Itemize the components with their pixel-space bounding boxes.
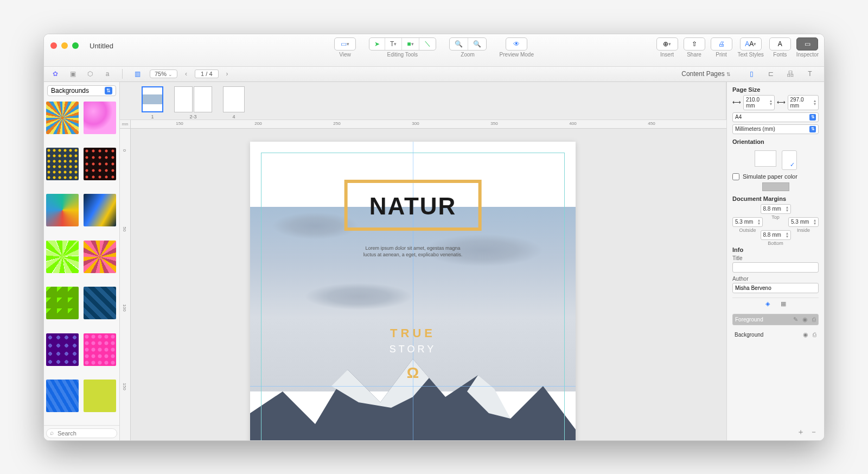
- toolbar-preview[interactable]: 👁 Preview Mode: [500, 37, 534, 58]
- background-swatches: [44, 99, 119, 425]
- margin-outside-field[interactable]: 5.3 mm▴▾: [732, 217, 763, 227]
- page-preset-select[interactable]: A4⇅: [732, 112, 819, 122]
- eye-icon[interactable]: ◉: [803, 331, 808, 338]
- toolbar-view[interactable]: ▭ ▾ View: [334, 37, 356, 58]
- layers-tab-grid-icon[interactable]: ▦: [781, 300, 786, 307]
- ruler-unit: mm: [120, 120, 131, 129]
- swatch[interactable]: [84, 241, 116, 273]
- inspector-tab-ruler-icon[interactable]: ⊏: [761, 68, 781, 80]
- toolbar-editing-tools[interactable]: ➤ T ▾ ■ ▾ ＼ Editing Tools: [369, 37, 436, 58]
- swatch[interactable]: [46, 241, 79, 273]
- shape-tool[interactable]: ■ ▾: [402, 38, 419, 50]
- doc-author-field[interactable]: [732, 283, 819, 293]
- swatch[interactable]: [84, 102, 116, 134]
- paper-color-swatch[interactable]: [762, 182, 789, 191]
- horizontal-ruler: 150 200 250 300 350 400 450: [131, 120, 726, 129]
- zoom-select[interactable]: 75% ⌄: [150, 69, 177, 78]
- line-tool[interactable]: ＼: [419, 38, 436, 50]
- orientation-landscape[interactable]: [755, 150, 776, 167]
- page-thumbnails: 1 2-3 4: [120, 82, 726, 120]
- window-title: Untitled: [90, 42, 113, 50]
- zoom-out-button[interactable]: 🔍: [450, 38, 468, 50]
- height-icon: ⟷: [777, 99, 786, 106]
- search-input[interactable]: [46, 428, 117, 438]
- select-tool[interactable]: ➤: [369, 38, 385, 50]
- swatch[interactable]: [84, 287, 116, 319]
- margin-bottom-field[interactable]: 8.8 mm▴▾: [761, 230, 791, 240]
- subtitle-block[interactable]: TRUE STORY: [390, 326, 436, 355]
- toolbar-zoom[interactable]: 🔍 🔍 Zoom: [449, 37, 487, 58]
- page-height-field[interactable]: 297.0 mm▴▾: [788, 95, 819, 110]
- inspector-panel: Page Size ⟷ 210.0 mm▴▾ ⟷ 297.0 mm▴▾ A4⇅ …: [726, 82, 824, 440]
- sidebar-tab-glyph-icon[interactable]: a: [100, 68, 114, 79]
- next-page-button[interactable]: ›: [224, 70, 231, 78]
- page-width-field[interactable]: 210.0 mm▴▾: [743, 95, 775, 110]
- prev-page-button[interactable]: ‹: [183, 70, 189, 78]
- page-number-field[interactable]: 1 / 4: [195, 69, 218, 78]
- sidebar-tab-shapes-icon[interactable]: ✿: [48, 68, 62, 79]
- page-thumb-1[interactable]: 1: [142, 86, 163, 119]
- asset-category-select[interactable]: Backgrounds⇅: [47, 85, 116, 96]
- swatch[interactable]: [84, 380, 116, 412]
- toolbar-inspector[interactable]: ▭Inspector: [796, 37, 819, 58]
- app-window: Untitled ▭ ▾ View ➤ T ▾ ■ ▾ ＼ Editing To…: [43, 34, 825, 441]
- document-page[interactable]: NATUR Lorem ipsum dolor sit amet, egesta…: [250, 142, 576, 440]
- toolbar-text-styles[interactable]: AA ▾Text Styles: [738, 37, 764, 58]
- print-icon[interactable]: ⎙: [813, 331, 816, 338]
- width-icon: ⟷: [732, 99, 741, 106]
- decorative-glyph[interactable]: Ω: [407, 364, 419, 382]
- toolbar-print[interactable]: 🖨Print: [711, 37, 732, 58]
- inspector-tab-text-icon[interactable]: T: [800, 68, 820, 80]
- text-tool[interactable]: T ▾: [385, 38, 402, 50]
- swatch[interactable]: [46, 333, 79, 366]
- add-layer-button[interactable]: ＋: [797, 427, 805, 437]
- window-controls: [50, 42, 79, 49]
- eye-icon[interactable]: ◉: [802, 316, 808, 323]
- toolbar-insert[interactable]: ⊕ ▾Insert: [656, 37, 678, 58]
- lorem-text[interactable]: Lorem ipsum dolor sit amet, egestas magn…: [359, 245, 467, 258]
- swatch[interactable]: [46, 380, 79, 412]
- units-select[interactable]: Millimeters (mm)⇅: [732, 124, 819, 134]
- swatch[interactable]: [84, 148, 116, 180]
- inspector-tab-document-icon[interactable]: ▯: [742, 68, 761, 80]
- page-size-heading: Page Size: [732, 86, 819, 93]
- content-pages-select[interactable]: Content Pages ⇅: [681, 70, 731, 78]
- page-thumb-4[interactable]: 4: [223, 86, 245, 119]
- page-view-mode-icon[interactable]: ▥: [130, 68, 144, 79]
- minimize-window-button[interactable]: [61, 42, 68, 49]
- swatch[interactable]: [46, 102, 79, 134]
- layer-foreground[interactable]: Foreground ✎◉⎙: [732, 314, 819, 325]
- sidebar-tab-image-icon[interactable]: ▣: [66, 68, 80, 79]
- info-heading: Info: [732, 247, 819, 253]
- toolbar-fonts[interactable]: AFonts: [769, 37, 791, 58]
- title-frame[interactable]: NATUR: [344, 180, 482, 231]
- swatch[interactable]: [46, 287, 79, 319]
- swatch[interactable]: [46, 194, 79, 226]
- page-thumb-2-3[interactable]: 2-3: [174, 86, 212, 119]
- canvas[interactable]: mm 150 200 250 300 350 400 450 0 50 100 …: [120, 120, 726, 440]
- inspector-tab-distribute-icon[interactable]: 品: [781, 68, 800, 80]
- margins-heading: Document Margins: [732, 195, 819, 202]
- doc-title-field[interactable]: [732, 262, 819, 273]
- close-window-button[interactable]: [50, 42, 57, 49]
- margin-inside-field[interactable]: 5.3 mm▴▾: [788, 217, 819, 227]
- orientation-heading: Orientation: [732, 138, 819, 145]
- layers-tab-stack-icon[interactable]: ◈: [765, 300, 770, 307]
- swatch[interactable]: [46, 148, 79, 180]
- zoom-window-button[interactable]: [72, 42, 79, 49]
- simulate-paper-checkbox[interactable]: Simulate paper color: [732, 173, 819, 180]
- layer-background[interactable]: Background ◉⎙: [732, 330, 819, 340]
- swatch[interactable]: [84, 333, 116, 366]
- zoom-in-button[interactable]: 🔍: [468, 38, 486, 50]
- orientation-portrait[interactable]: [782, 150, 797, 170]
- print-icon[interactable]: ⎙: [812, 316, 816, 323]
- toolbar-share[interactable]: ⇧Share: [684, 37, 705, 58]
- sidebar-tab-layers-icon[interactable]: ⬡: [83, 68, 97, 79]
- pencil-icon[interactable]: ✎: [793, 316, 798, 323]
- margin-top-field[interactable]: 8.8 mm▴▾: [761, 204, 791, 214]
- remove-layer-button[interactable]: －: [810, 427, 818, 437]
- swatch[interactable]: [84, 194, 116, 226]
- left-panel: Backgrounds⇅: [44, 82, 120, 440]
- vertical-ruler: 0 50 100 150: [120, 129, 131, 440]
- guide-horizontal[interactable]: [250, 386, 576, 387]
